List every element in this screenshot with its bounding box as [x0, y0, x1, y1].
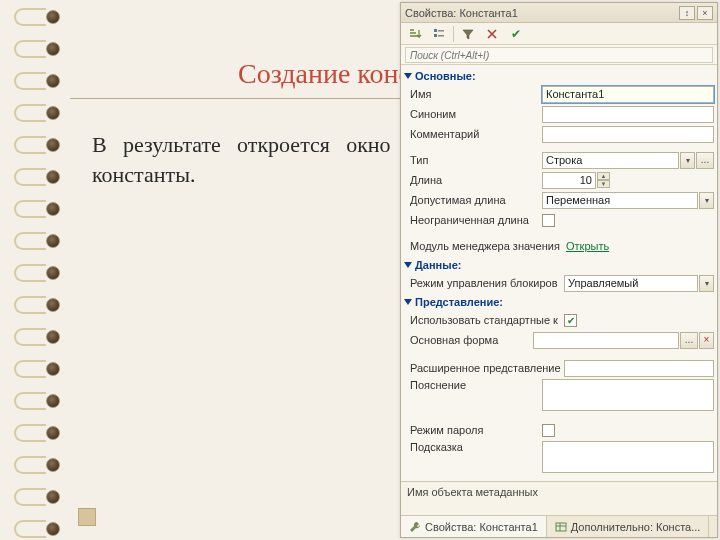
binding-ring	[14, 136, 46, 154]
label-synonym: Синоним	[404, 108, 542, 120]
combo-lock-mode-dropdown[interactable]: ▾	[699, 275, 714, 292]
input-length[interactable]	[542, 172, 596, 189]
input-main-form[interactable]	[533, 332, 679, 349]
checkbox-password-mode[interactable]	[542, 424, 555, 437]
check-icon: ✔	[511, 27, 521, 41]
table-icon	[555, 521, 567, 533]
main-form-dots-button[interactable]: ...	[680, 332, 698, 349]
combo-allowed-length[interactable]: Переменная	[542, 192, 698, 209]
length-spin-up[interactable]: ▲	[597, 172, 610, 180]
binding-hole	[46, 170, 60, 184]
tab-extra[interactable]: Дополнительно: Конста...	[547, 516, 710, 537]
link-open-manager-module[interactable]: Открыть	[564, 240, 609, 252]
combo-allowed-length-value: Переменная	[546, 194, 694, 206]
binding-hole	[46, 362, 60, 376]
combo-allowed-length-dropdown[interactable]: ▾	[699, 192, 714, 209]
binding-ring	[14, 40, 46, 58]
filter-button[interactable]	[458, 25, 478, 43]
checkbox-unlimited[interactable]	[542, 214, 555, 227]
binding-hole	[46, 330, 60, 344]
label-type: Тип	[404, 154, 542, 166]
binding-ring	[14, 360, 46, 378]
binding-hole	[46, 266, 60, 280]
binding-hole	[46, 490, 60, 504]
panel-tabs: Свойства: Константа1 Дополнительно: Конс…	[401, 515, 717, 537]
checkbox-use-standard[interactable]: ✔	[564, 314, 577, 327]
toolbar-separator	[453, 26, 454, 42]
wrench-icon	[409, 521, 421, 533]
close-button[interactable]: ×	[697, 6, 713, 20]
section-presentation-label: Представление:	[415, 296, 503, 308]
hint-text: Имя объекта метаданных	[407, 486, 538, 498]
input-tooltip[interactable]	[542, 441, 714, 473]
label-comment: Комментарий	[404, 128, 542, 140]
funnel-icon	[461, 27, 475, 41]
type-dots-button[interactable]: ...	[696, 152, 714, 169]
panel-content: Основные: Имя Синоним Комментарий Тип Ст…	[401, 65, 717, 481]
section-presentation-header[interactable]: Представление:	[404, 296, 714, 308]
input-comment[interactable]	[542, 126, 714, 143]
label-name: Имя	[404, 88, 542, 100]
binding-hole	[46, 458, 60, 472]
label-ext-presentation: Расширенное представление	[404, 362, 564, 374]
length-spin-down[interactable]: ▼	[597, 180, 610, 188]
combo-lock-mode[interactable]: Управляемый	[564, 275, 698, 292]
main-form-clear-button[interactable]: ×	[699, 332, 714, 349]
binding-ring	[14, 104, 46, 122]
label-lock-mode: Режим управления блокиров	[404, 277, 564, 289]
label-tooltip: Подсказка	[404, 441, 542, 453]
label-main-form: Основная форма	[404, 334, 533, 346]
binding-ring	[14, 168, 46, 186]
chevron-down-icon	[404, 262, 412, 268]
binding-hole	[46, 426, 60, 440]
binding-hole	[46, 138, 60, 152]
panel-titlebar: Свойства: Константа1 ↕ ×	[401, 3, 717, 23]
svg-rect-2	[438, 30, 444, 32]
category-view-button[interactable]	[429, 25, 449, 43]
binding-ring	[14, 232, 46, 250]
label-explanation: Пояснение	[404, 379, 542, 391]
combo-type[interactable]: Строка	[542, 152, 679, 169]
search-input[interactable]	[405, 47, 713, 63]
hint-strip: Имя объекта метаданных	[401, 481, 717, 515]
input-synonym[interactable]	[542, 106, 714, 123]
binding-ring	[14, 424, 46, 442]
binding-ring	[14, 328, 46, 346]
combo-lock-mode-value: Управляемый	[568, 277, 694, 289]
label-length: Длина	[404, 174, 542, 186]
chevron-down-icon	[404, 299, 412, 305]
clear-filter-button[interactable]	[482, 25, 502, 43]
binding-hole	[46, 234, 60, 248]
binding-hole	[46, 298, 60, 312]
apply-button[interactable]: ✔	[506, 25, 526, 43]
section-main-label: Основные:	[415, 70, 476, 82]
label-unlimited: Неограниченная длина	[404, 214, 542, 226]
binding-hole	[46, 394, 60, 408]
panel-toolbar: ✔	[401, 23, 717, 45]
combo-type-dropdown[interactable]: ▾	[680, 152, 695, 169]
svg-rect-4	[556, 523, 566, 531]
pin-button[interactable]: ↕	[679, 6, 695, 20]
sort-az-button[interactable]	[405, 25, 425, 43]
binding-ring	[14, 296, 46, 314]
binding-ring	[14, 520, 46, 538]
input-ext-presentation[interactable]	[564, 360, 714, 377]
input-explanation[interactable]	[542, 379, 714, 411]
panel-search	[401, 45, 717, 65]
binding-hole	[46, 106, 60, 120]
section-data-header[interactable]: Данные:	[404, 259, 714, 271]
tab-properties[interactable]: Свойства: Константа1	[401, 516, 547, 537]
binding-ring	[14, 200, 46, 218]
label-manager-module: Модуль менеджера значения	[404, 240, 564, 252]
list-icon	[432, 27, 446, 41]
label-password-mode: Режим пароля	[404, 424, 542, 436]
binding-hole	[46, 10, 60, 24]
label-use-standard: Использовать стандартные к	[404, 314, 564, 326]
slide-footer-ornament	[78, 508, 96, 526]
sort-icon	[408, 27, 422, 41]
combo-type-value: Строка	[546, 154, 675, 166]
section-main-header[interactable]: Основные:	[404, 70, 714, 82]
svg-rect-0	[434, 29, 437, 32]
binding-ring	[14, 392, 46, 410]
input-name[interactable]	[542, 86, 714, 103]
